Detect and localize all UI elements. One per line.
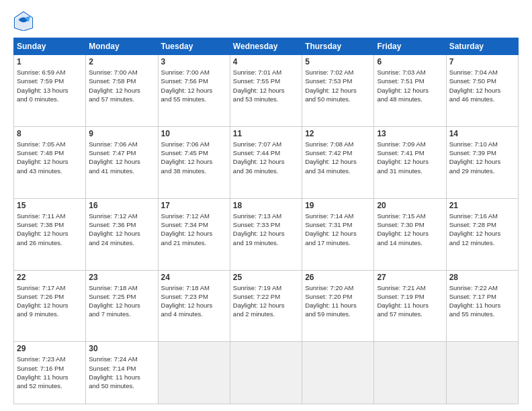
day-cell: 4Sunrise: 7:01 AM Sunset: 7:55 PM Daylig… [230,55,302,127]
day-number: 7 [449,57,515,66]
day-cell: 23Sunrise: 7:18 AM Sunset: 7:25 PM Dayli… [86,270,158,342]
col-header-wednesday: Wednesday [230,38,302,55]
day-cell: 22Sunrise: 7:17 AM Sunset: 7:26 PM Dayli… [14,270,86,342]
day-cell: 29Sunrise: 7:23 AM Sunset: 7:16 PM Dayli… [14,342,86,404]
calendar-header-row: SundayMondayTuesdayWednesdayThursdayFrid… [14,38,519,55]
day-info: Sunrise: 7:10 AM Sunset: 7:39 PM Dayligh… [449,140,515,175]
day-info: Sunrise: 7:18 AM Sunset: 7:23 PM Dayligh… [161,283,227,319]
day-cell: 21Sunrise: 7:16 AM Sunset: 7:28 PM Dayli… [446,198,518,270]
day-cell: 6Sunrise: 7:03 AM Sunset: 7:51 PM Daylig… [374,55,446,127]
day-info: Sunrise: 7:15 AM Sunset: 7:30 PM Dayligh… [377,212,443,247]
day-cell [302,342,374,404]
day-cell: 11Sunrise: 7:07 AM Sunset: 7:44 PM Dayli… [230,126,302,198]
day-info: Sunrise: 7:06 AM Sunset: 7:47 PM Dayligh… [89,140,154,175]
col-header-saturday: Saturday [446,38,518,55]
day-cell: 15Sunrise: 7:11 AM Sunset: 7:38 PM Dayli… [14,198,86,270]
day-number: 17 [161,201,227,210]
day-number: 21 [449,201,515,210]
day-cell: 19Sunrise: 7:14 AM Sunset: 7:31 PM Dayli… [302,198,374,270]
day-cell: 30Sunrise: 7:24 AM Sunset: 7:14 PM Dayli… [86,342,158,404]
day-info: Sunrise: 7:06 AM Sunset: 7:45 PM Dayligh… [161,140,227,175]
day-info: Sunrise: 7:11 AM Sunset: 7:38 PM Dayligh… [17,212,83,247]
day-info: Sunrise: 7:12 AM Sunset: 7:36 PM Dayligh… [89,212,154,247]
day-cell: 17Sunrise: 7:12 AM Sunset: 7:34 PM Dayli… [158,198,230,270]
day-number: 2 [89,57,154,66]
day-info: Sunrise: 7:04 AM Sunset: 7:50 PM Dayligh… [449,68,515,103]
day-cell: 24Sunrise: 7:18 AM Sunset: 7:23 PM Dayli… [158,270,230,342]
day-info: Sunrise: 7:00 AM Sunset: 7:58 PM Dayligh… [89,68,154,103]
day-number: 30 [89,344,154,353]
day-number: 16 [89,201,154,210]
day-cell [446,342,518,404]
day-info: Sunrise: 7:17 AM Sunset: 7:26 PM Dayligh… [17,283,83,319]
day-cell [374,342,446,404]
day-info: Sunrise: 7:14 AM Sunset: 7:31 PM Dayligh… [305,212,371,247]
day-info: Sunrise: 7:22 AM Sunset: 7:17 PM Dayligh… [449,283,515,319]
day-cell: 16Sunrise: 7:12 AM Sunset: 7:36 PM Dayli… [86,198,158,270]
day-cell [158,342,230,404]
day-number: 15 [17,201,83,210]
day-cell: 27Sunrise: 7:21 AM Sunset: 7:19 PM Dayli… [374,270,446,342]
day-cell: 8Sunrise: 7:05 AM Sunset: 7:48 PM Daylig… [14,126,86,198]
day-number: 28 [449,273,515,282]
day-info: Sunrise: 7:05 AM Sunset: 7:48 PM Dayligh… [17,140,83,175]
col-header-monday: Monday [86,38,158,55]
day-info: Sunrise: 7:08 AM Sunset: 7:42 PM Dayligh… [305,140,371,175]
day-cell: 10Sunrise: 7:06 AM Sunset: 7:45 PM Dayli… [158,126,230,198]
day-number: 5 [305,57,371,66]
day-number: 9 [89,129,154,138]
day-cell: 2Sunrise: 7:00 AM Sunset: 7:58 PM Daylig… [86,55,158,127]
day-cell: 13Sunrise: 7:09 AM Sunset: 7:41 PM Dayli… [374,126,446,198]
day-info: Sunrise: 7:01 AM Sunset: 7:55 PM Dayligh… [233,68,299,103]
day-cell: 18Sunrise: 7:13 AM Sunset: 7:33 PM Dayli… [230,198,302,270]
header [13,11,519,31]
day-cell: 7Sunrise: 7:04 AM Sunset: 7:50 PM Daylig… [446,55,518,127]
page: SundayMondayTuesdayWednesdayThursdayFrid… [0,0,532,411]
day-number: 23 [89,273,154,282]
day-number: 25 [233,273,299,282]
day-info: Sunrise: 7:16 AM Sunset: 7:28 PM Dayligh… [449,212,515,247]
day-number: 12 [305,129,371,138]
day-cell [230,342,302,404]
day-number: 20 [377,201,443,210]
day-info: Sunrise: 7:09 AM Sunset: 7:41 PM Dayligh… [377,140,443,175]
day-number: 24 [161,273,227,282]
calendar: SundayMondayTuesdayWednesdayThursdayFrid… [13,38,519,404]
day-number: 3 [161,57,227,66]
day-info: Sunrise: 7:02 AM Sunset: 7:53 PM Dayligh… [305,68,371,103]
day-cell: 9Sunrise: 7:06 AM Sunset: 7:47 PM Daylig… [86,126,158,198]
day-cell: 5Sunrise: 7:02 AM Sunset: 7:53 PM Daylig… [302,55,374,127]
day-number: 13 [377,129,443,138]
day-info: Sunrise: 7:24 AM Sunset: 7:14 PM Dayligh… [89,355,154,390]
day-info: Sunrise: 7:20 AM Sunset: 7:20 PM Dayligh… [305,283,371,319]
week-row-4: 29Sunrise: 7:23 AM Sunset: 7:16 PM Dayli… [14,342,519,404]
day-number: 18 [233,201,299,210]
week-row-2: 15Sunrise: 7:11 AM Sunset: 7:38 PM Dayli… [14,198,519,270]
day-cell: 14Sunrise: 7:10 AM Sunset: 7:39 PM Dayli… [446,126,518,198]
day-info: Sunrise: 7:12 AM Sunset: 7:34 PM Dayligh… [161,212,227,247]
logo-icon [13,11,34,31]
day-number: 10 [161,129,227,138]
day-number: 1 [17,57,83,66]
day-info: Sunrise: 7:18 AM Sunset: 7:25 PM Dayligh… [89,283,154,319]
day-cell: 25Sunrise: 7:19 AM Sunset: 7:22 PM Dayli… [230,270,302,342]
day-cell: 12Sunrise: 7:08 AM Sunset: 7:42 PM Dayli… [302,126,374,198]
day-cell: 1Sunrise: 6:59 AM Sunset: 7:59 PM Daylig… [14,55,86,127]
day-number: 22 [17,273,83,282]
col-header-friday: Friday [374,38,446,55]
week-row-1: 8Sunrise: 7:05 AM Sunset: 7:48 PM Daylig… [14,126,519,198]
week-row-3: 22Sunrise: 7:17 AM Sunset: 7:26 PM Dayli… [14,270,519,342]
day-number: 8 [17,129,83,138]
week-row-0: 1Sunrise: 6:59 AM Sunset: 7:59 PM Daylig… [14,55,519,127]
day-info: Sunrise: 7:21 AM Sunset: 7:19 PM Dayligh… [377,283,443,319]
day-number: 11 [233,129,299,138]
col-header-thursday: Thursday [302,38,374,55]
day-info: Sunrise: 7:00 AM Sunset: 7:56 PM Dayligh… [161,68,227,103]
day-cell: 3Sunrise: 7:00 AM Sunset: 7:56 PM Daylig… [158,55,230,127]
calendar-body: 1Sunrise: 6:59 AM Sunset: 7:59 PM Daylig… [14,55,519,404]
day-number: 27 [377,273,443,282]
day-number: 6 [377,57,443,66]
day-number: 29 [17,344,83,353]
day-info: Sunrise: 7:23 AM Sunset: 7:16 PM Dayligh… [17,355,83,390]
day-info: Sunrise: 7:19 AM Sunset: 7:22 PM Dayligh… [233,283,299,319]
